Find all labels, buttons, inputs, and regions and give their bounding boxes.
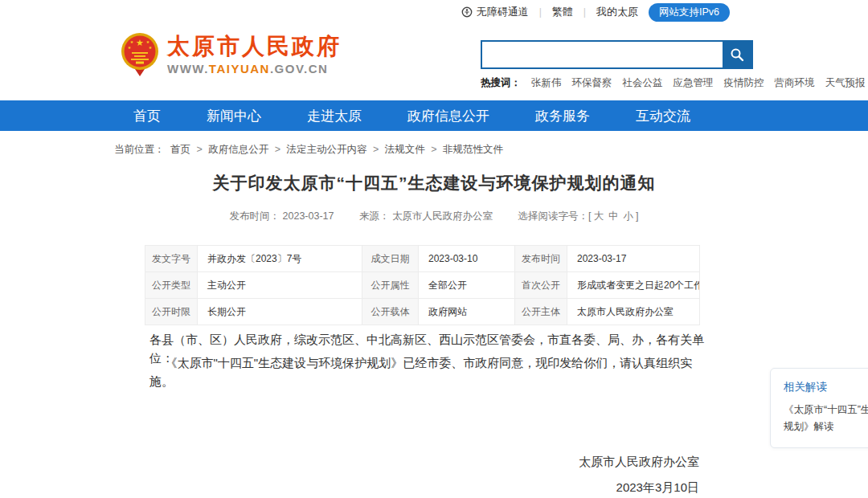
publish-date-value: 2023-03-17 [567,246,700,272]
font-size-small[interactable]: 小 [623,210,633,222]
breadcrumb-home[interactable]: 首页 [170,144,190,155]
search-input[interactable] [482,42,723,67]
font-size-selector: 选择阅读字号：[大中小] [518,210,638,222]
disclosure-attr-label: 公开属性 [362,272,419,299]
breadcrumb-non-normative[interactable]: 非规范性文件 [443,144,503,155]
nav-item-interaction[interactable]: 互动交流 [636,107,690,125]
article-meta: 发布时间： 2023-03-17 来源： 太原市人民政府办公室 选择阅读字号：[… [113,210,755,223]
source: 来源： 太原市人民政府办公室 [359,210,493,222]
source-value: 太原市人民政府办公室 [392,210,493,222]
svg-text:★: ★ [146,39,150,44]
separator: | [583,6,586,18]
traditional-chinese-link[interactable]: 繁體 [552,5,573,19]
disclosure-term-label: 公开时限 [145,299,198,325]
disclosure-carrier-value: 政府网站 [419,299,515,325]
breadcrumb-separator: > [196,144,202,155]
breadcrumb-disclosure[interactable]: 法定主动公开内容 [287,144,367,155]
site-name: 太原市人民政府 [167,34,342,59]
disclosure-type-value: 主动公开 [198,272,362,299]
site-url-www: WWW. [167,62,209,76]
site-header: ★ ★ ★ ★ ★ 太原市人民政府 WWW.TAIYUAN.GOV.CN [0,24,868,100]
related-link-line1: 《太原市“十四五”生态建 [784,402,868,418]
font-size-medium[interactable]: 中 [608,210,619,222]
site-url: WWW.TAIYUAN.GOV.CN [167,62,342,76]
hot-word[interactable]: 社会公益 [623,76,663,90]
font-size-large[interactable]: 大 [593,210,604,222]
hot-word[interactable]: 应急管理 [674,76,714,90]
breadcrumb-separator: > [373,144,379,155]
separator: | [539,6,542,18]
accessibility-label: 无障碍通道 [477,5,529,19]
logo-text: 太原市人民政府 WWW.TAIYUAN.GOV.CN [167,34,342,75]
svg-text:★: ★ [128,45,132,50]
my-taiyuan-link[interactable]: 我的太原 [596,5,638,19]
breadcrumb-gov-info[interactable]: 政府信息公开 [208,144,268,155]
disclosure-type-label: 公开类型 [145,272,198,299]
search-box [481,40,753,69]
svg-text:★: ★ [149,45,153,50]
signature-date: 2023年3月10日 [113,480,699,496]
site-url-suffix: .GOV.CN [270,62,328,76]
related-interpretation-panel: 相关解读 《太原市“十四五”生态建 规划》解读 [770,368,868,448]
nav-item-services[interactable]: 政务服务 [535,107,590,125]
hot-search-label: 热搜词： [481,76,521,90]
table-row: 公开时限 长期公开 公开载体 政府网站 公开主体 太原市人民政府办公室 [145,299,700,325]
search-button[interactable] [723,42,751,67]
breadcrumb-separator: > [275,144,280,155]
nav-item-about-taiyuan[interactable]: 走进太原 [307,107,362,125]
national-emblem-icon: ★ ★ ★ ★ ★ [121,32,159,77]
publish-time-value: 2023-03-17 [283,210,334,222]
hot-word[interactable]: 张新伟 [531,76,562,90]
table-row: 发文字号 并政办发〔2023〕7号 成文日期 2023-03-10 发布时间 2… [145,246,700,272]
disclosure-subject-label: 公开主体 [515,299,567,325]
doc-number-value: 并政办发〔2023〕7号 [198,246,362,272]
article-title: 关于印发太原市“十四五”生态建设与环境保护规划的通知 [113,172,755,194]
hot-word[interactable]: 天气预报 [825,76,866,90]
hot-search-row: 热搜词： 张新伟 环保督察 社会公益 应急管理 疫情防控 营商环境 天气预报 [481,76,760,90]
disclosure-carrier-label: 公开载体 [362,299,419,325]
table-row: 公开类型 主动公开 公开属性 全部公开 首次公开 形成或者变更之日起20个工作日… [145,272,700,299]
top-utility-bar: 无障碍通道 | 繁體 | 我的太原 网站支持IPv6 [0,0,868,24]
search-icon [730,47,744,62]
first-disclosure-value: 形成或者变更之日起20个工作日内 [567,272,700,299]
doc-number-label: 发文字号 [145,246,198,272]
signature-org: 太原市人民政府办公室 [113,455,699,470]
breadcrumb-regulations[interactable]: 法规文件 [385,144,425,155]
site-logo[interactable]: ★ ★ ★ ★ ★ 太原市人民政府 WWW.TAIYUAN.GOV.CN [121,32,342,77]
related-interpretation-link[interactable]: 《太原市“十四五”生态建 规划》解读 [784,402,868,436]
written-date-label: 成文日期 [362,246,419,272]
svg-text:★: ★ [130,39,134,44]
site-url-domain: TAIYUAN [209,62,270,76]
document-info-table: 发文字号 并政办发〔2023〕7号 成文日期 2023-03-10 发布时间 2… [145,245,700,325]
accessibility-link[interactable]: 无障碍通道 [461,5,529,19]
disclosure-subject-value: 太原市人民政府办公室 [567,299,700,325]
disclosure-term-value: 长期公开 [198,299,362,325]
svg-text:★: ★ [136,38,144,47]
font-size-label: 选择阅读字号： [518,210,588,222]
first-disclosure-label: 首次公开 [515,272,567,299]
disclosure-attr-value: 全部公开 [419,272,515,299]
bracket-open: [ [588,210,591,222]
breadcrumb-separator: > [431,144,436,155]
nav-item-news[interactable]: 新闻中心 [207,107,261,125]
hot-word[interactable]: 营商环境 [775,76,815,90]
search-area: 热搜词： 张新伟 环保督察 社会公益 应急管理 疫情防控 营商环境 天气预报 [481,40,760,90]
publish-time: 发布时间： 2023-03-17 [230,210,334,222]
accessibility-icon [461,6,473,18]
body-paragraph: 《太原市"十四五"生态建设与环境保护规划》已经市委、市政府同意，现印发给你们，请… [149,354,704,390]
related-panel-title: 相关解读 [784,380,868,394]
written-date-value: 2023-03-10 [419,246,515,272]
publish-date-label: 发布时间 [515,246,567,272]
nav-item-home[interactable]: 首页 [133,107,161,125]
bracket-close: ] [636,210,638,222]
hot-word[interactable]: 环保督察 [572,76,612,90]
related-link-line2: 规划》解读 [784,418,868,435]
ipv6-support-badge[interactable]: 网站支持IPv6 [649,3,730,22]
breadcrumb: 当前位置： 首页 > 政府信息公开 > 法定主动公开内容 > 法规文件 > 非规… [114,143,506,157]
main-nav: 首页 新闻中心 走进太原 政府信息公开 政务服务 互动交流 [0,100,868,131]
publish-time-label: 发布时间： [230,210,280,222]
nav-item-gov-info[interactable]: 政府信息公开 [407,107,489,125]
source-label: 来源： [359,210,390,222]
breadcrumb-label: 当前位置： [114,144,165,155]
hot-word[interactable]: 疫情防控 [724,76,764,90]
